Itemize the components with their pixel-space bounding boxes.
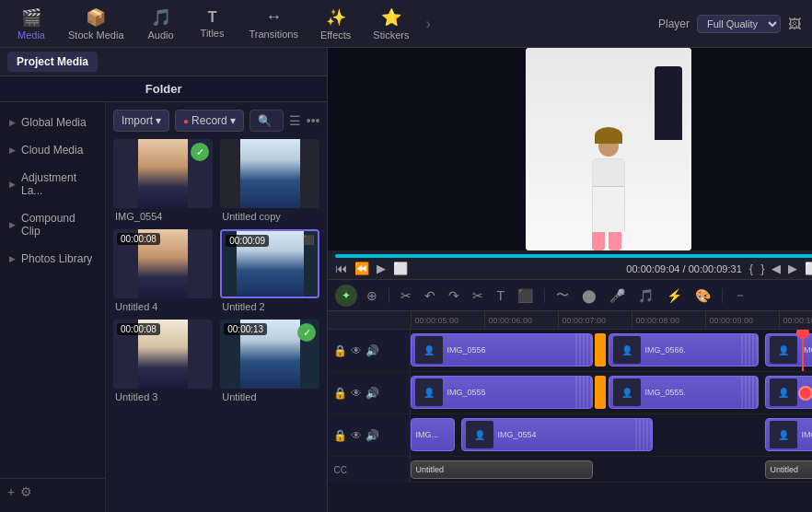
media-item[interactable]: 00:00:13 ✓ Untitled	[220, 320, 319, 402]
track-lock-icon[interactable]: 🔒	[333, 344, 347, 357]
search-box[interactable]: 🔍	[249, 110, 284, 132]
prev-frame-icon[interactable]: ◀	[771, 262, 781, 275]
media-icon: 🎬	[21, 7, 41, 28]
magnet-icon[interactable]: ⊕	[363, 286, 381, 305]
player-screenshot-icon[interactable]: 🖼	[788, 17, 801, 31]
folder-bar: Folder	[0, 76, 327, 102]
sidebar-item-photos[interactable]: ▶ Photos Library	[0, 246, 105, 272]
add-icon[interactable]: +	[7, 484, 15, 499]
sidebar-item-adjustment[interactable]: ▶ Adjustment La...	[0, 165, 105, 204]
quality-select[interactable]: Full Quality Half Quality	[697, 15, 781, 33]
video-person	[581, 136, 636, 250]
clip-stripes	[574, 334, 592, 366]
filter-icon[interactable]: ☰	[289, 113, 301, 128]
track-v3: 🔒 👁 🔊 IMG... 👤 IMG_0554	[328, 414, 812, 457]
track-eye-icon[interactable]: 👁	[351, 344, 362, 357]
clip[interactable]: 👤 IMG_0566.	[765, 333, 812, 367]
nav-titles[interactable]: T Titles	[189, 6, 237, 42]
magnetic-icon[interactable]: ✦	[335, 285, 357, 307]
waveform-icon[interactable]: 〜	[552, 285, 573, 306]
player-and-info: ⏮ ⏪ ▶ ⬜ 00:00:09:04 / 00:00:09:31 { } ◀	[328, 48, 812, 279]
media-item[interactable]: Untitled copy	[220, 139, 319, 222]
stickers-icon: ⭐	[381, 7, 401, 28]
sidebar-item-cloud[interactable]: ▶ Cloud Media	[0, 137, 105, 163]
nav-stock-media[interactable]: 📦 Stock Media	[59, 4, 133, 44]
music-icon[interactable]: 🎵	[634, 286, 657, 305]
redo-icon[interactable]: ↷	[445, 286, 463, 305]
media-toolbar: Import ▾ ● Record ▾ 🔍 ☰ •••	[113, 110, 319, 132]
player-label: Player	[658, 17, 690, 30]
top-navigation: 🎬 Media 📦 Stock Media 🎵 Audio T Titles ↔…	[0, 0, 812, 48]
undo-icon[interactable]: ↶	[421, 286, 439, 305]
tab-project-media[interactable]: Project Media	[7, 52, 98, 72]
frame-icon[interactable]: ⬛	[514, 286, 537, 305]
time-badge: 00:00:09	[226, 235, 269, 247]
track-v1: 🔒 👁 🔊 👤 IMG_0556 👤 IMG_056	[328, 330, 812, 372]
ruler-mark: 00:00:09:00	[705, 311, 779, 329]
person-shoe-right	[609, 232, 621, 250]
nav-transitions[interactable]: ↔ Transitions	[240, 4, 307, 43]
settings-icon[interactable]: ⚙	[20, 484, 32, 499]
clip[interactable]: 👤 IMG_0555.	[609, 376, 759, 409]
media-grid: ✓ IMG_0554 Untitled copy	[113, 139, 319, 402]
nav-audio[interactable]: 🎵 Audio	[137, 4, 185, 44]
sidebar-item-global[interactable]: ▶ Global Media	[0, 110, 105, 135]
clip[interactable]: 👤 IMG_0556	[411, 333, 593, 367]
nav-stickers[interactable]: ⭐ Stickers	[364, 4, 418, 44]
cut-icon[interactable]: ✂	[397, 286, 415, 305]
bracket-icon[interactable]: {	[749, 262, 753, 275]
bracket-icon[interactable]: }	[760, 262, 764, 275]
track-eye-icon[interactable]: 👁	[351, 387, 362, 400]
track-eye-icon[interactable]: 👁	[351, 429, 362, 442]
track-lock-icon[interactable]: 🔒	[333, 387, 347, 400]
media-body: ▶ Global Media ▶ Cloud Media ▶ Adjustmen…	[0, 102, 327, 512]
skip-back-button[interactable]: ⏮	[335, 262, 347, 275]
clip[interactable]: 👤 IMG_0566.	[609, 333, 759, 367]
clip-label: Untitled	[415, 465, 444, 474]
text-icon[interactable]: T	[493, 286, 508, 305]
media-item[interactable]: 00:00:08 Untitled 4	[113, 229, 213, 312]
ruler-mark: 00:00:10:00	[779, 311, 812, 329]
track-mute-icon[interactable]: 🔊	[365, 344, 379, 357]
fullscreen-icon[interactable]: ⬜	[805, 262, 812, 275]
clip[interactable]: 👤 IMG_0554	[765, 418, 812, 451]
nav-media[interactable]: 🎬 Media	[7, 4, 55, 44]
sidebar-item-compound[interactable]: ▶ Compound Clip	[0, 205, 105, 244]
nav-more-arrow[interactable]: ›	[422, 16, 434, 32]
media-item[interactable]: ✓ IMG_0554	[113, 139, 213, 222]
clip[interactable]: 👤 IMG_0554	[461, 418, 653, 451]
clip[interactable]: IMG...	[411, 418, 455, 451]
voiceover-icon[interactable]: ⚡	[663, 286, 686, 305]
track-mute-icon[interactable]: 🔊	[365, 387, 379, 400]
media-item[interactable]: 00:00:09 ⬛ Untitled 2	[220, 229, 319, 312]
color-icon[interactable]: 🎨	[691, 286, 714, 305]
track-controls: CC	[328, 457, 411, 483]
subtitle-clip[interactable]: Untitled	[765, 460, 812, 479]
track-controls: 🔒 👁 🔊	[328, 330, 411, 371]
track-lock-icon[interactable]: 🔒	[333, 429, 347, 442]
minus-icon[interactable]: －	[730, 285, 750, 306]
person-body	[592, 158, 625, 232]
track-mute-icon[interactable]: 🔊	[365, 429, 379, 442]
media-thumbnail: ✓	[113, 139, 213, 208]
progress-bar[interactable]	[335, 254, 812, 258]
next-frame-icon[interactable]: ▶	[788, 262, 797, 275]
transitions-icon: ↔	[265, 7, 282, 27]
audio-icon[interactable]: 🎤	[606, 286, 629, 305]
track-content: 👤 IMG_0556 👤 IMG_0566. 👤 IMG_056	[411, 330, 812, 371]
clip[interactable]: 👤 IMG_0555	[411, 376, 593, 409]
import-button[interactable]: Import ▾	[113, 110, 169, 132]
step-back-button[interactable]: ⏪	[354, 262, 369, 275]
effect-icon[interactable]: ⬤	[578, 286, 600, 305]
subtitle-clip[interactable]: Untitled	[411, 460, 593, 479]
nav-effects[interactable]: ✨ Effects	[311, 4, 360, 44]
play-button[interactable]: ▶	[377, 262, 386, 275]
stop-button[interactable]: ⬜	[393, 262, 408, 275]
ruler-mark: 00:00:08:00	[632, 311, 705, 329]
media-item-label: Untitled 3	[113, 391, 213, 402]
record-button[interactable]: ● Record ▾	[175, 110, 244, 132]
media-item[interactable]: 00:00:08 Untitled 3	[113, 320, 213, 402]
toolbar-divider	[722, 288, 723, 303]
more-options-icon[interactable]: •••	[307, 113, 320, 128]
razor-icon[interactable]: ✂	[469, 286, 487, 305]
